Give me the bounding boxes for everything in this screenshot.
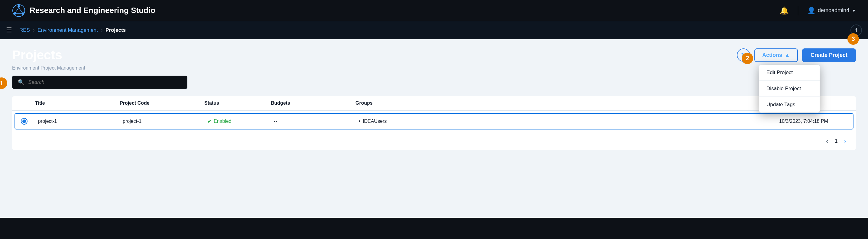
cell-updated-on: 10/3/2023, 7:04:18 PM (774, 119, 853, 124)
projects-table: Title Project Code Status Budgets Groups… (12, 96, 856, 150)
search-input[interactable] (28, 79, 182, 85)
dropdown-edit-project[interactable]: Edit Project (759, 65, 819, 81)
user-menu[interactable]: 👤 demoadmin4 ▼ (807, 7, 856, 14)
check-icon: ✔ (207, 118, 212, 125)
badge-3: 3 (847, 33, 859, 45)
nav-divider (798, 6, 798, 16)
radio-selected-icon[interactable] (21, 118, 28, 125)
search-icon: 🔍 (18, 79, 25, 86)
actions-dropdown: Edit Project Disable Project Update Tags (759, 65, 819, 113)
nav-right: 🔔 👤 demoadmin4 ▼ (780, 6, 856, 16)
badge-2: 2 (742, 53, 753, 64)
create-project-button[interactable]: Create Project (802, 49, 856, 62)
page-subtitle: Environment Project Management (12, 65, 856, 71)
col-budgets: Budgets (266, 100, 350, 106)
breadcrumb-projects: Projects (105, 27, 126, 33)
bell-icon[interactable]: 🔔 (780, 6, 789, 15)
col-groups: Groups (350, 100, 777, 106)
cell-project-code: project-1 (118, 119, 203, 124)
cell-title: project-1 (33, 119, 118, 124)
breadcrumb-res[interactable]: RES (19, 27, 30, 33)
table-header: Title Project Code Status Budgets Groups… (12, 96, 856, 111)
badge-1: 1 (0, 78, 7, 89)
cell-groups: • IDEAUsers (353, 118, 774, 125)
app-title: Research and Engineering Studio (30, 6, 155, 15)
dropdown-update-tags[interactable]: Update Tags (759, 97, 819, 113)
page-title: Projects (12, 48, 62, 62)
breadcrumb-sep-1: › (33, 28, 34, 33)
col-project-code: Project Code (115, 100, 199, 106)
status-enabled: ✔ Enabled (207, 118, 264, 125)
hamburger-icon[interactable]: ☰ (6, 26, 12, 34)
sub-navbar: ☰ RES › Environment Management › Project… (0, 21, 868, 39)
group-name: IDEAUsers (363, 119, 386, 124)
page-number: 1 (835, 138, 837, 144)
search-bar: 🔍 (12, 76, 187, 89)
col-title: Title (30, 100, 115, 106)
chevron-down-icon: ▼ (852, 8, 856, 13)
svg-point-1 (18, 5, 20, 7)
cell-select[interactable] (15, 118, 33, 125)
svg-line-5 (19, 7, 22, 13)
actions-chevron-icon: ▲ (784, 52, 790, 58)
logo-area: Research and Engineering Studio (12, 4, 155, 17)
actions-label: Actions (762, 52, 782, 58)
page-header-row: Projects ↻ Actions ▲ Create Project Edit… (12, 48, 856, 62)
top-navbar: Research and Engineering Studio 🔔 👤 demo… (0, 0, 868, 21)
status-label: Enabled (214, 119, 231, 124)
radio-inner (22, 119, 26, 123)
bottom-pagination: ‹ 1 › (12, 132, 856, 150)
username-label: demoadmin4 (818, 7, 849, 13)
bullet-icon: • (359, 118, 360, 125)
table-row[interactable]: project-1 project-1 ✔ Enabled -- • IDEAU… (14, 113, 854, 129)
breadcrumb-sep-2: › (101, 28, 102, 33)
dropdown-disable-project[interactable]: Disable Project (759, 81, 819, 97)
next-page-button[interactable]: › (842, 137, 849, 146)
svg-line-4 (15, 7, 19, 13)
col-status: Status (199, 100, 266, 106)
col-select (12, 100, 30, 106)
cell-budgets: -- (269, 119, 353, 124)
app-logo-icon (12, 4, 25, 17)
header-actions: ↻ Actions ▲ Create Project Edit Project … (737, 49, 856, 62)
actions-button[interactable]: Actions ▲ (754, 49, 798, 62)
cell-status: ✔ Enabled (203, 118, 269, 125)
prev-page-button[interactable]: ‹ (824, 137, 831, 146)
breadcrumb-env-mgmt[interactable]: Environment Management (37, 27, 98, 33)
breadcrumb: RES › Environment Management › Projects (19, 27, 126, 33)
user-icon: 👤 (807, 7, 815, 14)
